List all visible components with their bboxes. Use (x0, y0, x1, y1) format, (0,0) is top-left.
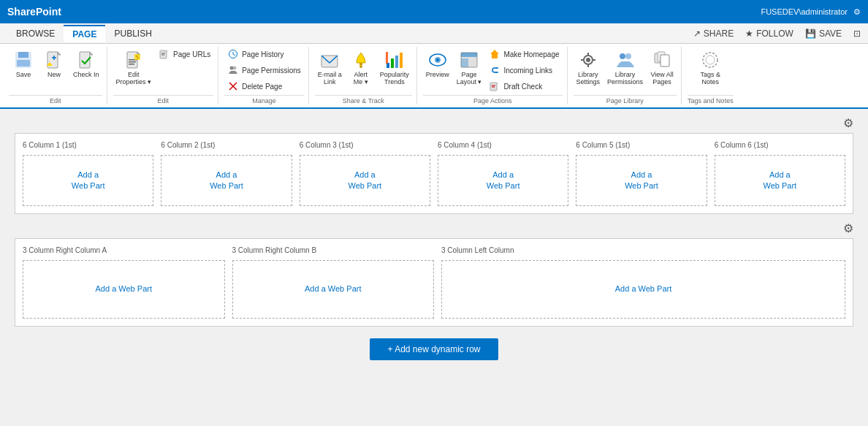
section2-gear-icon[interactable]: ⚙ (843, 221, 853, 235)
tab-page[interactable]: PAGE (64, 25, 105, 42)
library-permissions-button[interactable]: LibraryPermissions (604, 47, 646, 88)
group-share-track: E-mail aLink AlertMe ▾ (311, 47, 417, 104)
section1-grid: 6 Column 1 (1st) Add aWeb Part 6 Column … (15, 133, 853, 214)
svg-rect-1 (18, 52, 28, 58)
alert-me-icon (349, 48, 373, 72)
webpart-6-6-link[interactable]: Add aWeb Part (763, 170, 796, 192)
col-6-5-label: 6 Column 5 (1st) (576, 141, 707, 149)
email-link-icon (318, 48, 341, 72)
tab-browse[interactable]: BROWSE (7, 26, 64, 42)
follow-action[interactable]: ★ FOLLOW (745, 28, 793, 39)
email-link-button[interactable]: E-mail aLink (315, 47, 345, 88)
section1-gear-icon[interactable]: ⚙ (843, 116, 853, 130)
new-button[interactable]: New (39, 47, 69, 80)
group-page-actions-inner: Preview PageLayout ▾ (423, 47, 563, 94)
check-in-button[interactable]: Check In (70, 47, 102, 80)
svg-rect-59 (660, 55, 669, 66)
group-page-library: LibrarySettings LibraryPermissions (569, 47, 682, 104)
webpart-3-b[interactable]: Add a Web Part (232, 260, 435, 319)
section2-row: 3 Column Right Column A Add a Web Part 3… (23, 246, 845, 319)
new-icon (42, 48, 66, 72)
page-permissions-button[interactable]: Page Permissions (224, 63, 304, 77)
new-ribbon-label: New (47, 72, 61, 79)
col-3-left-label: 3 Column Left Column (441, 246, 845, 254)
edit-properties-button[interactable]: EditProperties ▾ (113, 47, 155, 88)
user-label: FUSEDEV\administrator (761, 7, 848, 16)
page-layout-label: PageLayout ▾ (457, 72, 482, 86)
library-settings-button[interactable]: LibrarySettings (574, 47, 604, 88)
draft-check-button[interactable]: Draft Check (486, 79, 562, 94)
webpart-3-left[interactable]: Add a Web Part (441, 260, 845, 319)
group-page-actions: Preview PageLayout ▾ (419, 47, 568, 104)
webpart-6-6[interactable]: Add aWeb Part (715, 155, 845, 206)
save-action[interactable]: 💾 SAVE (805, 28, 842, 39)
view-all-pages-button[interactable]: View AllPages (647, 47, 677, 88)
library-permissions-label: LibraryPermissions (607, 72, 643, 86)
follow-icon: ★ (745, 28, 753, 39)
webpart-3-a-link[interactable]: Add a Web Part (96, 284, 152, 294)
group-page-library-label: Page Library (574, 95, 677, 104)
webpart-6-1[interactable]: Add aWeb Part (23, 155, 153, 206)
delete-page-button[interactable]: Delete Page (224, 79, 304, 94)
webpart-3-left-link[interactable]: Add a Web Part (615, 284, 671, 294)
preview-icon (426, 48, 449, 72)
page-permissions-label: Page Permissions (242, 66, 301, 75)
svg-point-50 (586, 58, 590, 62)
alert-me-button[interactable]: AlertMe ▾ (346, 47, 376, 88)
page-urls-button[interactable]: Page URLs (156, 47, 213, 61)
preview-button[interactable]: Preview (423, 47, 452, 80)
webpart-6-2-link[interactable]: Add aWeb Part (210, 170, 243, 192)
delete-page-icon (227, 80, 239, 92)
webpart-6-3-link[interactable]: Add aWeb Part (348, 170, 381, 192)
svg-point-60 (703, 53, 717, 67)
webpart-3-a[interactable]: Add a Web Part (23, 260, 225, 319)
topbar-gear-icon[interactable]: ⚙ (853, 7, 861, 17)
popularity-trends-button[interactable]: PopularityTrends (377, 47, 412, 88)
webpart-6-1-link[interactable]: Add aWeb Part (72, 170, 105, 192)
webpart-6-3[interactable]: Add aWeb Part (300, 155, 430, 206)
group-tags-notes-label: Tags and Notes (688, 95, 734, 104)
col-6-4: 6 Column 4 (1st) Add aWeb Part (438, 141, 568, 206)
webpart-6-4[interactable]: Add aWeb Part (438, 155, 568, 206)
svg-marker-46 (497, 83, 498, 84)
add-dynamic-row-button[interactable]: + Add new dynamic row (370, 338, 498, 360)
webpart-6-2[interactable]: Add aWeb Part (161, 155, 292, 206)
svg-rect-35 (386, 52, 388, 64)
ribbon-toolbar: Save New (0, 44, 868, 109)
svg-line-23 (233, 54, 235, 56)
make-homepage-button[interactable]: Make Homepage (486, 47, 562, 61)
group-share-track-label: Share & Track (315, 95, 412, 104)
tags-notes-icon (698, 48, 722, 72)
save-ribbon-icon (12, 48, 35, 72)
share-action[interactable]: ↗ SHARE (693, 28, 734, 39)
svg-marker-4 (58, 52, 61, 55)
ribbon-tabs: BROWSE PAGE PUBLISH ↗ SHARE ★ FOLLOW 💾 S… (0, 23, 868, 44)
col-6-2: 6 Column 2 (1st) Add aWeb Part (161, 141, 292, 206)
save-ribbon-label: Save (16, 72, 31, 79)
page-actions-col: Make Homepage Incoming Links (486, 47, 562, 94)
share-label: SHARE (704, 28, 734, 39)
edit-properties-label: EditProperties ▾ (116, 72, 152, 86)
webpart-3-b-link[interactable]: Add a Web Part (305, 284, 361, 294)
tab-publish[interactable]: PUBLISH (105, 26, 160, 42)
delete-page-label: Delete Page (242, 83, 282, 91)
page-permissions-icon (227, 64, 239, 76)
svg-point-56 (625, 53, 631, 59)
draft-check-icon (489, 80, 500, 92)
group-manage: Page History Page Permissions (220, 47, 309, 104)
webpart-6-4-link[interactable]: Add aWeb Part (487, 170, 520, 192)
section1-row: 6 Column 1 (1st) Add aWeb Part 6 Column … (23, 141, 845, 206)
webpart-6-5-link[interactable]: Add aWeb Part (625, 170, 658, 192)
fullscreen-action[interactable]: ⊡ (853, 28, 861, 39)
page-layout-button[interactable]: PageLayout ▾ (454, 47, 485, 88)
group-edit: Save New (4, 47, 107, 104)
group-edit-label: Edit (9, 95, 102, 104)
svg-point-25 (233, 66, 237, 70)
col-3-b: 3 Column Right Column B Add a Web Part (232, 246, 435, 319)
incoming-links-button[interactable]: Incoming Links (486, 63, 562, 77)
tags-notes-button[interactable]: Tags &Notes (696, 47, 725, 88)
save-button[interactable]: Save (9, 47, 38, 80)
webpart-6-5[interactable]: Add aWeb Part (576, 155, 707, 206)
fullscreen-icon: ⊡ (853, 28, 861, 39)
page-history-button[interactable]: Page History (224, 47, 304, 61)
